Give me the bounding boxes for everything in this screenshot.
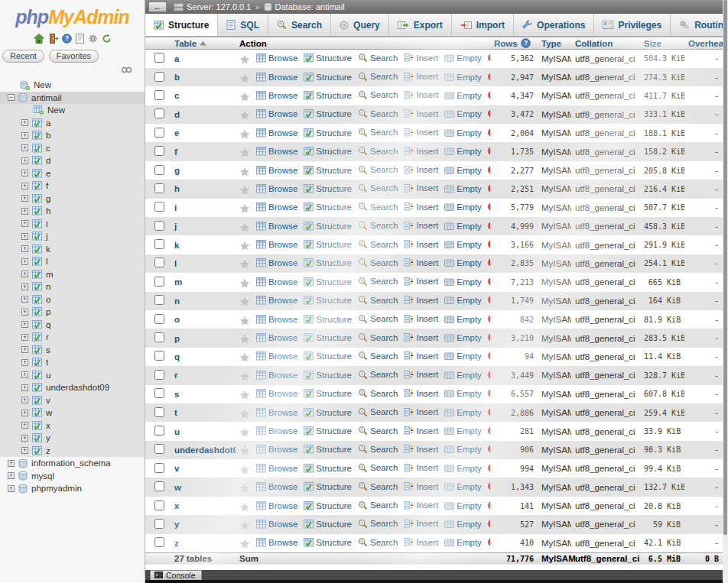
expand-expander[interactable]: + bbox=[21, 157, 28, 164]
action-drop-link[interactable]: Drop bbox=[488, 109, 490, 118]
expand-expander[interactable]: + bbox=[21, 220, 28, 227]
action-drop-link[interactable]: Drop bbox=[488, 370, 490, 380]
action-insert-link[interactable]: Insert bbox=[404, 221, 438, 231]
action-structure-link[interactable]: Structure bbox=[304, 408, 352, 417]
favorite-star-icon[interactable] bbox=[239, 371, 250, 381]
favorite-star-icon[interactable] bbox=[239, 483, 250, 493]
table-name-link[interactable]: n bbox=[174, 296, 180, 306]
favorite-star-icon[interactable] bbox=[239, 278, 250, 288]
tree-item-phpmyadmin[interactable]: +phpmyadmin bbox=[0, 482, 145, 495]
action-empty-link[interactable]: Empty bbox=[444, 166, 482, 175]
tree-item-n[interactable]: +n bbox=[0, 280, 145, 293]
row-checkbox-l[interactable] bbox=[154, 257, 164, 267]
favorite-star-icon[interactable] bbox=[239, 110, 250, 120]
favorite-star-icon[interactable] bbox=[239, 445, 250, 455]
expand-expander[interactable]: + bbox=[21, 132, 28, 139]
collapse-expander[interactable]: − bbox=[8, 94, 15, 101]
action-insert-link[interactable]: Insert bbox=[404, 277, 438, 287]
action-structure-link[interactable]: Structure bbox=[304, 277, 352, 287]
action-browse-link[interactable]: Browse bbox=[256, 258, 297, 267]
tab-search[interactable]: Search bbox=[268, 14, 331, 36]
tree-item-j[interactable]: +j bbox=[0, 230, 145, 243]
action-insert-link[interactable]: Insert bbox=[404, 109, 438, 118]
expand-expander[interactable]: + bbox=[8, 460, 15, 467]
action-search-link[interactable]: Search bbox=[358, 370, 398, 380]
tree-item-x[interactable]: +x bbox=[0, 419, 145, 432]
expand-expander[interactable]: + bbox=[21, 384, 28, 391]
expand-expander[interactable]: + bbox=[21, 208, 28, 215]
table-name-link[interactable]: s bbox=[174, 390, 179, 399]
action-empty-link[interactable]: Empty bbox=[444, 408, 482, 417]
tree-item-e[interactable]: +e bbox=[0, 167, 145, 180]
action-drop-link[interactable]: Drop bbox=[488, 165, 490, 175]
docs-icon[interactable] bbox=[76, 34, 84, 44]
action-empty-link[interactable]: Empty bbox=[444, 482, 482, 491]
action-insert-link[interactable]: Insert bbox=[404, 444, 438, 454]
table-name-link[interactable]: a bbox=[174, 54, 179, 63]
expand-expander[interactable]: + bbox=[21, 258, 28, 265]
action-structure-link[interactable]: Structure bbox=[304, 501, 352, 510]
tree-item-information-schema[interactable]: +information_schema bbox=[0, 457, 145, 470]
tree-item-z[interactable]: +z bbox=[0, 445, 145, 458]
tree-item-c[interactable]: +c bbox=[0, 142, 145, 155]
header-type-column[interactable]: Type bbox=[538, 37, 571, 50]
tree-item-m[interactable]: +m bbox=[0, 268, 145, 281]
tree-item-underdashdot09[interactable]: +underdashdot09 bbox=[0, 381, 145, 394]
action-drop-link[interactable]: Drop bbox=[488, 388, 490, 398]
action-structure-link[interactable]: Structure bbox=[304, 73, 352, 82]
header-overhead-column[interactable]: Overhead bbox=[684, 37, 723, 50]
action-insert-link[interactable]: Insert bbox=[404, 426, 438, 436]
action-structure-link[interactable]: Structure bbox=[304, 389, 352, 398]
action-empty-link[interactable]: Empty bbox=[444, 426, 482, 436]
action-empty-link[interactable]: Empty bbox=[444, 445, 482, 454]
action-structure-link[interactable]: Structure bbox=[304, 258, 352, 267]
link-icon[interactable] bbox=[121, 66, 132, 73]
action-empty-link[interactable]: Empty bbox=[444, 202, 482, 212]
action-insert-link[interactable]: Insert bbox=[404, 257, 438, 267]
action-browse-link[interactable]: Browse bbox=[256, 482, 297, 491]
favorite-star-icon[interactable] bbox=[239, 390, 250, 400]
action-insert-link[interactable]: Insert bbox=[404, 500, 438, 510]
tree-item-mysql[interactable]: +mysql bbox=[0, 470, 145, 483]
action-structure-link[interactable]: Structure bbox=[304, 166, 352, 175]
action-empty-link[interactable]: Empty bbox=[444, 333, 482, 342]
row-checkbox-w[interactable] bbox=[154, 481, 164, 491]
favorite-star-icon[interactable] bbox=[239, 147, 250, 157]
expand-expander[interactable]: + bbox=[21, 447, 28, 454]
action-drop-link[interactable]: Drop bbox=[488, 146, 490, 156]
tree-item-l[interactable]: +l bbox=[0, 255, 145, 268]
table-name-link[interactable]: z bbox=[174, 539, 179, 548]
row-checkbox-o[interactable] bbox=[154, 314, 164, 324]
row-checkbox-a[interactable] bbox=[154, 53, 164, 63]
action-empty-link[interactable]: Empty bbox=[444, 501, 482, 510]
row-checkbox-y[interactable] bbox=[154, 519, 164, 529]
expand-expander[interactable]: + bbox=[21, 270, 28, 277]
action-browse-link[interactable]: Browse bbox=[256, 53, 297, 63]
row-checkbox-h[interactable] bbox=[154, 183, 164, 193]
action-structure-link[interactable]: Structure bbox=[304, 128, 352, 138]
back-button[interactable]: ← bbox=[148, 2, 167, 12]
action-search-link[interactable]: Search bbox=[358, 202, 398, 212]
action-structure-link[interactable]: Structure bbox=[304, 371, 352, 380]
action-empty-link[interactable]: Empty bbox=[444, 538, 482, 547]
favorite-star-icon[interactable] bbox=[239, 296, 250, 306]
tree-item-f[interactable]: +f bbox=[0, 180, 145, 193]
row-checkbox-z[interactable] bbox=[154, 537, 164, 547]
tree-item-antimail[interactable]: −antimail bbox=[0, 92, 145, 105]
action-drop-link[interactable]: Drop bbox=[488, 500, 490, 510]
favorite-star-icon[interactable] bbox=[239, 409, 250, 419]
tree-item-u[interactable]: +u bbox=[0, 369, 145, 382]
expand-expander[interactable]: + bbox=[21, 410, 28, 416]
logout-icon[interactable] bbox=[48, 34, 58, 44]
action-empty-link[interactable]: Empty bbox=[444, 277, 482, 287]
tab-export[interactable]: Export bbox=[389, 14, 452, 36]
action-structure-link[interactable]: Structure bbox=[304, 464, 352, 473]
action-structure-link[interactable]: Structure bbox=[304, 333, 352, 342]
table-name-link[interactable]: t bbox=[174, 408, 177, 417]
action-insert-link[interactable]: Insert bbox=[404, 481, 438, 491]
action-drop-link[interactable]: Drop bbox=[488, 332, 490, 342]
action-insert-link[interactable]: Insert bbox=[404, 53, 438, 63]
row-checkbox-v[interactable] bbox=[154, 463, 164, 473]
action-search-link[interactable]: Search bbox=[358, 53, 398, 63]
action-search-link[interactable]: Search bbox=[358, 221, 398, 231]
